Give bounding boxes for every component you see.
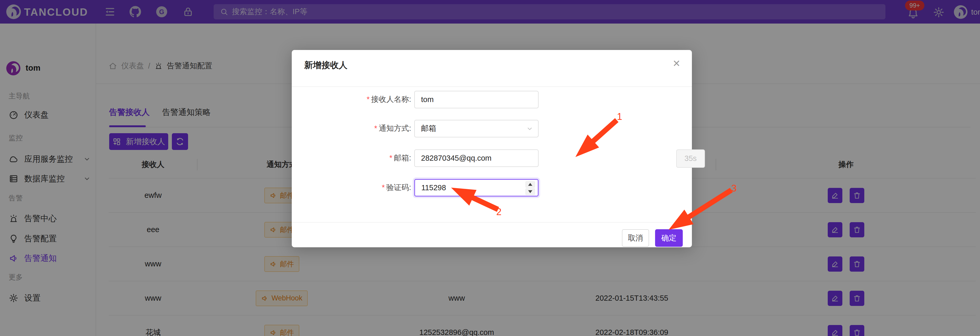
close-icon[interactable]: ✕ [671, 58, 682, 69]
required-asterisk: * [367, 95, 369, 103]
form-row-name: *接收人名称: [292, 90, 692, 109]
form-row-code: *验证码: [292, 178, 692, 197]
stepper-down-button[interactable] [525, 189, 535, 195]
stepper-up-button[interactable] [525, 181, 535, 188]
email-input[interactable] [414, 149, 539, 167]
modal-title: 新增接收人 [304, 59, 347, 71]
verify-code-input[interactable] [414, 179, 539, 197]
add-receiver-modal: 新增接收人 ✕ *接收人名称: *通知方式: 邮箱 *邮箱: 35s *验证码: [292, 50, 692, 247]
confirm-button[interactable]: 确定 [655, 229, 683, 247]
form-row-email: *邮箱: 35s [292, 149, 692, 167]
required-asterisk: * [382, 183, 385, 192]
cancel-button[interactable]: 取消 [622, 229, 649, 247]
chevron-down-icon [526, 125, 533, 133]
send-code-button[interactable]: 35s [676, 149, 705, 168]
form-row-method: *通知方式: 邮箱 [292, 119, 692, 138]
number-stepper [525, 181, 535, 195]
required-asterisk: * [390, 154, 392, 162]
receiver-name-input[interactable] [414, 91, 539, 108]
required-asterisk: * [374, 124, 377, 133]
notify-method-select[interactable]: 邮箱 [414, 120, 539, 138]
